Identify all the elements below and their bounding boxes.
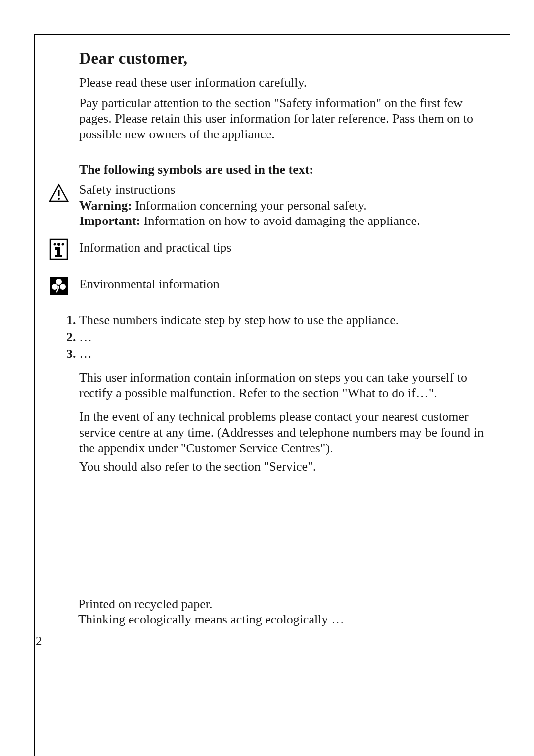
info-tips-text: Information and practical tips — [79, 240, 490, 256]
symbols-subheading: The following symbols are used in the te… — [79, 162, 490, 177]
page-number: 2 — [36, 634, 42, 648]
warning-line: Warning: Information concerning your per… — [79, 198, 490, 214]
svg-rect-7 — [55, 247, 60, 250]
intro-paragraph-2: Pay particular attention to the section … — [79, 95, 490, 142]
step-3-text: … — [79, 346, 490, 362]
footer-line-1: Printed on recycled paper. — [78, 596, 344, 612]
footer-line-2: Thinking ecologically means acting ecolo… — [78, 612, 344, 627]
warning-label: Warning: — [79, 198, 132, 213]
important-text: Information on how to avoid damaging the… — [140, 214, 420, 228]
step-3: 3. … — [66, 346, 490, 362]
step-2-number: 2. — [66, 329, 79, 345]
info-box-icon — [48, 239, 69, 260]
svg-point-3 — [57, 243, 60, 246]
footer-text: Printed on recycled paper. Thinking ecol… — [78, 596, 344, 627]
step-2: 2. … — [66, 329, 490, 345]
important-line: Important: Information on how to avoid d… — [79, 213, 490, 229]
environmental-text: Environmental information — [79, 276, 490, 292]
svg-point-10 — [56, 279, 62, 285]
page-frame: Dear customer, Please read these user in… — [34, 34, 510, 756]
clover-box-icon — [48, 275, 69, 296]
svg-point-11 — [52, 284, 58, 290]
svg-point-4 — [54, 243, 56, 246]
malfunction-paragraph: This user information contain informatio… — [79, 370, 490, 401]
svg-point-12 — [60, 284, 66, 290]
step-1: 1. These numbers indicate step by step h… — [66, 312, 490, 328]
page-heading: Dear customer, — [79, 49, 490, 68]
step-1-text: These numbers indicate step by step how … — [79, 312, 490, 328]
safety-block: Safety instructions Warning: Information… — [79, 182, 490, 229]
svg-point-5 — [62, 243, 64, 246]
page-content: Dear customer, Please read these user in… — [35, 35, 510, 489]
svg-rect-8 — [55, 255, 62, 257]
svg-point-1 — [58, 198, 60, 200]
important-label: Important: — [79, 214, 140, 228]
intro-paragraph-1: Please read these user information caref… — [79, 75, 490, 90]
warning-triangle-icon — [48, 183, 69, 204]
step-3-number: 3. — [66, 346, 79, 362]
warning-text: Information concerning your personal saf… — [132, 198, 367, 213]
step-2-text: … — [79, 329, 490, 345]
info-block: Information and practical tips — [79, 240, 490, 256]
safety-title: Safety instructions — [79, 182, 490, 198]
service-reference-paragraph: You should also refer to the section "Se… — [79, 459, 490, 475]
environmental-block: Environmental information — [79, 276, 490, 292]
step-1-number: 1. — [66, 312, 79, 328]
service-centre-paragraph: In the event of any technical problems p… — [79, 409, 490, 456]
numbered-steps: 1. These numbers indicate step by step h… — [66, 312, 490, 474]
